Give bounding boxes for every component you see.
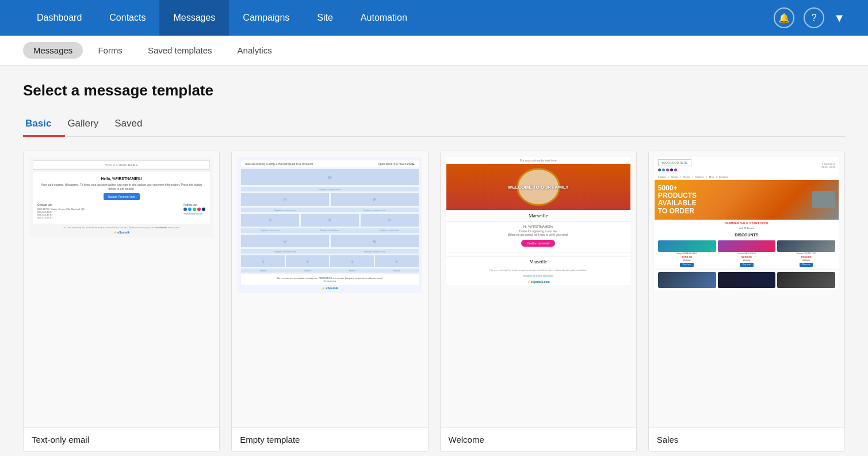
- top-navigation: Dashboard Contacts Messages Campaigns Si…: [0, 0, 868, 36]
- email-logo-bar: YOUR LOGO HERE: [33, 160, 210, 170]
- empty-two-col-2: ⊕ ⊕: [241, 235, 418, 247]
- template-preview-text-only: YOUR LOGO HERE Hello, %FIRSTNAME%! Your …: [24, 151, 219, 427]
- sales-phones-row: [655, 270, 839, 290]
- nav-site[interactable]: Site: [303, 0, 347, 36]
- welcome-overlay-text: WELCOME TO OUR FAMILY: [508, 185, 569, 190]
- sales-discounts-title: DISCOUNTS: [655, 231, 839, 239]
- empty-hero-block: ⊕: [241, 169, 418, 185]
- nav-links: Dashboard Contacts Messages Campaigns Si…: [23, 0, 774, 36]
- sales-nav: Catalog| Stocks| Stories| Delivery| Blog…: [655, 174, 839, 180]
- template-tabs: Basic Gallery Saved: [23, 113, 845, 137]
- main-content: Select a message template Basic Gallery …: [0, 66, 868, 456]
- template-preview-welcome: Put your preheader text here WELCOME TO …: [441, 151, 636, 427]
- chevron-down-icon: ▼: [833, 12, 845, 25]
- welcome-restaurant-name: Marseille: [446, 210, 630, 222]
- help-icon: ?: [812, 13, 817, 23]
- notification-button[interactable]: 🔔: [774, 7, 794, 28]
- template-label-text-only: Text-only email: [24, 427, 219, 451]
- tab-basic[interactable]: Basic: [23, 113, 65, 137]
- sales-product-row-1: Sony KD98AG8G/BNZ $350.00 $100.00 Buy no…: [655, 239, 839, 269]
- template-label-sales: Sales: [649, 427, 844, 451]
- help-button[interactable]: ?: [804, 7, 824, 28]
- sales-tagline: SUMMER SALE START NOW: [655, 220, 839, 227]
- welcome-banner: WELCOME TO OUR FAMILY: [446, 164, 630, 210]
- welcome-unsubscribe-link: Unsubscribe | View in browser: [446, 274, 630, 277]
- template-preview-sales: YOUR LOGO HERE 0 890 133 45 08:: [649, 151, 844, 427]
- tab-gallery[interactable]: Gallery: [65, 113, 112, 137]
- tab-saved[interactable]: Saved: [112, 113, 156, 137]
- template-card-empty[interactable]: Take an existing e-shop e-mail template …: [231, 151, 428, 452]
- empty-two-col: ⊕ ⊕: [241, 193, 418, 206]
- subnav-analytics[interactable]: Analytics: [227, 42, 282, 59]
- template-card-welcome[interactable]: Put your preheader text here WELCOME TO …: [440, 151, 637, 452]
- template-label-welcome: Welcome: [441, 427, 636, 451]
- empty-three-col: ⊕ ⊕ ⊕: [241, 214, 418, 227]
- nav-campaigns[interactable]: Campaigns: [229, 0, 303, 36]
- sales-header: YOUR LOGO HERE 0 890 133 45 08:: [655, 157, 839, 174]
- welcome-header: Put your preheader text here: [446, 157, 630, 164]
- subnav-forms[interactable]: Forms: [87, 42, 133, 59]
- bell-icon: 🔔: [778, 13, 790, 24]
- nav-contacts[interactable]: Contacts: [95, 0, 159, 36]
- template-card-text-only[interactable]: YOUR LOGO HERE Hello, %FIRSTNAME%! Your …: [23, 151, 220, 452]
- nav-right: 🔔 ? ▼: [774, 7, 845, 28]
- sales-hero: 5000+PRODUCTSAVAILABLETO ORDER: [655, 180, 839, 220]
- email-body: Hello, %FIRSTNAME%! Your card expired. I…: [33, 172, 210, 224]
- sales-until: until 21 August: [655, 227, 839, 231]
- template-grid: YOUR LOGO HERE Hello, %FIRSTNAME%! Your …: [23, 151, 845, 452]
- nav-dashboard[interactable]: Dashboard: [23, 0, 95, 36]
- template-label-empty: Empty template: [232, 427, 427, 451]
- welcome-footer-name: Marseille: [446, 256, 630, 267]
- welcome-body: Hi, %FIRSTNAME|% Thanks for registering …: [446, 222, 630, 252]
- empty-top-bar: Take an existing e-shop e-mail template …: [241, 160, 418, 167]
- subnav-saved-templates[interactable]: Saved templates: [137, 42, 223, 59]
- nav-automation[interactable]: Automation: [347, 0, 421, 36]
- nav-messages[interactable]: Messages: [159, 0, 229, 36]
- template-preview-empty: Take an existing e-shop e-mail template …: [232, 151, 427, 427]
- account-dropdown-button[interactable]: ▼: [833, 12, 845, 25]
- sub-navigation: Messages Forms Saved templates Analytics: [0, 36, 868, 66]
- template-card-sales[interactable]: YOUR LOGO HERE 0 890 133 45 08:: [648, 151, 845, 452]
- welcome-footer-text: You are receiving this email because you…: [446, 267, 630, 274]
- page-title: Select a message template: [23, 82, 845, 99]
- subnav-messages[interactable]: Messages: [23, 42, 83, 59]
- empty-four-col: ⊕ ⊕ ⊕ ⊕: [241, 255, 418, 267]
